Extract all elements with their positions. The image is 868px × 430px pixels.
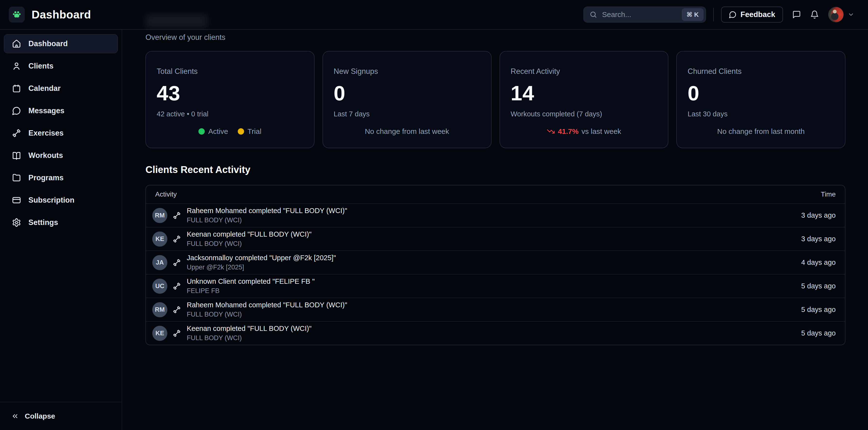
table-row[interactable]: KE Keenan completed "FULL BODY (WCI)" FU… [146,227,845,250]
feedback-button[interactable]: Feedback [721,6,783,23]
legend-active-label: Active [208,127,228,135]
header-divider [713,8,714,21]
legend-trial: Trial [238,127,261,135]
avatar: KE [152,326,167,341]
table-row[interactable]: JA Jacksonmalloy completed "Upper @F2k [… [146,250,845,274]
legend-trial-label: Trial [247,127,261,135]
search-input[interactable] [602,10,677,19]
sidebar-item-dashboard[interactable]: Dashboard [4,34,118,53]
card-trend: 41.7% vs last week [511,127,657,137]
credit-card-icon [12,195,21,205]
search-icon [589,11,597,19]
avatar: JA [152,255,167,270]
dumbbell-icon [12,128,21,138]
bell-icon [810,10,819,19]
dumbbell-icon [173,211,181,220]
recent-activity-table: Activity Time RM Raheem Mohamed complete… [146,185,845,345]
dumbbell-icon [173,282,181,290]
trial-dot [238,128,244,134]
sidebar-item-calendar[interactable]: Calendar [4,79,118,98]
avatar: RM [152,208,167,223]
activity-line1: Raheem Mohamed completed "FULL BODY (WCI… [187,301,347,309]
stat-cards: Total Clients 43 42 active • 0 trial Act… [146,51,845,148]
sidebar-item-label: Dashboard [28,39,68,48]
table-row[interactable]: RM Raheem Mohamed completed "FULL BODY (… [146,298,845,321]
top-header: Dashboard ⌘ K Feedback [0,0,868,30]
sidebar-item-clients[interactable]: Clients [4,57,118,75]
sidebar-item-label: Subscription [28,196,74,205]
search-shortcut-badge: ⌘ K [682,8,703,21]
activity-line2: FULL BODY (WCI) [187,240,312,248]
sidebar-item-label: Workouts [28,151,63,160]
card-subtext: 42 active • 0 trial [157,110,303,118]
user-icon [12,61,21,71]
trend-percent: 41.7% [558,127,579,135]
avatar: KE [152,232,167,247]
activity-line1: Keenan completed "FULL BODY (WCI)" [187,325,312,333]
table-row[interactable]: KE Keenan completed "FULL BODY (WCI)" FU… [146,321,845,345]
paw-icon [12,10,22,20]
active-dot [198,128,205,134]
message-circle-icon [12,106,21,115]
activity-text: Raheem Mohamed completed "FULL BODY (WCI… [187,207,347,224]
sidebar-item-label: Clients [28,62,54,70]
activity-text: Keenan completed "FULL BODY (WCI)" FULL … [187,230,312,248]
card-footer-note: No change from last week [334,127,480,137]
book-open-icon [12,151,21,160]
card-subtext: Workouts completed (7 days) [511,110,657,118]
activity-line2: FELIPE FB [187,287,315,295]
activity-line1: Keenan completed "FULL BODY (WCI)" [187,230,312,238]
sidebar-item-settings[interactable]: Settings [4,213,118,232]
folder-icon [12,173,21,182]
dumbbell-icon [173,306,181,314]
collapse-sidebar-button[interactable]: Collapse [0,402,122,430]
column-activity: Activity [155,190,177,198]
activity-line1: Raheem Mohamed completed "FULL BODY (WCI… [187,207,347,215]
sidebar-nav: Dashboard Clients Calendar Messages [0,30,122,402]
avatar[interactable] [828,7,844,22]
stat-card-new-signups: New Signups 0 Last 7 days No change from… [322,51,492,148]
activity-text: Keenan completed "FULL BODY (WCI)" FULL … [187,325,312,342]
activity-line2: FULL BODY (WCI) [187,311,347,318]
app-logo [9,6,25,23]
trend-label: vs last week [582,127,621,135]
sidebar-item-messages[interactable]: Messages [4,101,118,120]
card-legend: Active Trial [157,127,303,137]
activity-line1: Unknown Client completed "FELIPE FB " [187,277,315,285]
notifications-button[interactable] [807,7,822,22]
table-row[interactable]: UC Unknown Client completed "FELIPE FB "… [146,274,845,298]
avatar: RM [152,302,167,317]
calendar-icon [12,84,21,93]
user-menu[interactable] [828,7,855,22]
sidebar-item-label: Programs [28,174,64,182]
activity-time: 3 days ago [801,235,836,243]
brand: Dashboard [9,6,91,23]
sidebar: Dashboard Clients Calendar Messages [0,30,122,430]
sidebar-item-label: Settings [28,218,58,227]
sidebar-item-programs[interactable]: Programs [4,168,118,187]
activity-time: 4 days ago [801,258,836,267]
page-title: Dashboard [32,8,91,21]
legend-active: Active [198,127,228,135]
sidebar-item-exercises[interactable]: Exercises [4,124,118,143]
avatar: UC [152,279,167,294]
redacted-heading [146,14,208,28]
card-value: 14 [511,81,657,105]
sidebar-item-subscription[interactable]: Subscription [4,191,118,210]
table-row[interactable]: RM Raheem Mohamed completed "FULL BODY (… [146,203,845,227]
activity-time: 5 days ago [801,329,836,337]
activity-text: Unknown Client completed "FELIPE FB " FE… [187,277,315,295]
card-title: Recent Activity [511,67,657,76]
gear-icon [12,218,21,227]
recent-activity-title: Clients Recent Activity [146,164,845,175]
column-time: Time [821,190,836,198]
sidebar-item-label: Messages [28,106,64,115]
sidebar-item-workouts[interactable]: Workouts [4,146,118,165]
chevron-down-icon [847,11,855,18]
search-box[interactable]: ⌘ K [583,6,706,23]
messages-button[interactable] [789,7,804,22]
dumbbell-icon [173,329,181,337]
sidebar-item-label: Calendar [28,84,61,93]
activity-line2: FULL BODY (WCI) [187,216,347,224]
card-value: 43 [157,81,303,105]
